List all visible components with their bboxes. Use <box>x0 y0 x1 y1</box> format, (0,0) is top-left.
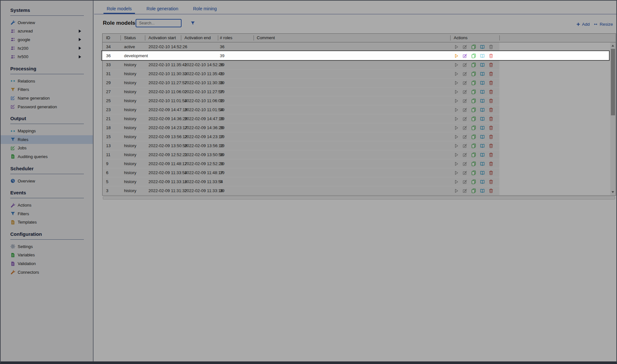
play-action-icon[interactable] <box>454 89 459 94</box>
book-action-icon[interactable] <box>480 170 485 175</box>
copy-action-icon[interactable] <box>471 53 476 58</box>
copy-action-icon[interactable] <box>471 179 476 184</box>
book-action-icon[interactable] <box>480 188 485 193</box>
sidebar-item-filters[interactable]: Filters <box>1 85 93 94</box>
table-row-21[interactable]: 21history2022-02-09 14:36:292022-02-09 1… <box>103 114 499 123</box>
tab-role-mining[interactable]: Role mining <box>190 4 220 14</box>
edit-action-icon[interactable] <box>462 152 468 157</box>
play-action-icon[interactable] <box>454 143 459 148</box>
edit-action-icon[interactable] <box>462 98 468 103</box>
book-action-icon[interactable] <box>480 80 485 85</box>
book-action-icon[interactable] <box>480 179 485 184</box>
sidebar-item-hr500[interactable]: hr500 <box>1 52 93 61</box>
play-action-icon[interactable] <box>454 44 459 49</box>
column-separator[interactable] <box>145 35 145 40</box>
edit-action-icon[interactable] <box>462 188 468 193</box>
column-separator[interactable] <box>499 35 500 40</box>
copy-action-icon[interactable] <box>471 71 476 76</box>
copy-action-icon[interactable] <box>471 188 476 193</box>
book-action-icon[interactable] <box>480 125 485 130</box>
edit-action-icon[interactable] <box>462 143 468 148</box>
table-row-6[interactable]: 6history2022-02-09 11:33:542022-02-09 11… <box>103 168 499 177</box>
play-action-icon[interactable] <box>454 62 459 67</box>
trash-action-icon[interactable] <box>488 188 494 193</box>
trash-action-icon[interactable] <box>488 161 494 166</box>
expand-chevron[interactable] <box>78 38 81 41</box>
trash-action-icon[interactable] <box>488 152 494 157</box>
copy-action-icon[interactable] <box>471 161 476 166</box>
table-row-11[interactable]: 11history2022-02-09 12:52:212022-02-09 1… <box>103 150 499 159</box>
copy-action-icon[interactable] <box>471 170 476 175</box>
edit-action-icon[interactable] <box>462 62 468 67</box>
play-action-icon[interactable] <box>454 116 459 121</box>
table-row-13[interactable]: 13history2022-02-09 13:50:582022-02-09 1… <box>103 141 499 150</box>
book-action-icon[interactable] <box>480 98 485 103</box>
sidebar-item-overview[interactable]: Overview <box>1 18 93 27</box>
book-action-icon[interactable] <box>480 107 485 112</box>
trash-action-icon[interactable] <box>488 98 494 103</box>
copy-action-icon[interactable] <box>471 98 476 103</box>
copy-action-icon[interactable] <box>471 107 476 112</box>
book-action-icon[interactable] <box>480 116 485 121</box>
book-action-icon[interactable] <box>480 62 485 67</box>
edit-action-icon[interactable] <box>462 53 468 58</box>
play-action-icon[interactable] <box>454 107 459 112</box>
horizontal-scrollbar[interactable] <box>103 196 615 200</box>
trash-action-icon[interactable] <box>488 116 494 121</box>
sidebar-item-validation[interactable]: Validation <box>1 259 93 268</box>
table-row-9[interactable]: 9history2022-02-09 11:48:172022-02-09 12… <box>103 159 499 168</box>
edit-action-icon[interactable] <box>462 89 468 94</box>
trash-action-icon[interactable] <box>488 179 494 184</box>
copy-action-icon[interactable] <box>471 125 476 130</box>
tab-role-generation[interactable]: Role generation <box>143 4 182 14</box>
table-row-15[interactable]: 15history2022-02-09 13:56:122022-02-09 1… <box>103 132 499 141</box>
play-action-icon[interactable] <box>454 80 459 85</box>
copy-action-icon[interactable] <box>471 89 476 94</box>
trash-action-icon[interactable] <box>488 125 494 130</box>
expand-chevron[interactable] <box>78 47 81 50</box>
sidebar-item-settings[interactable]: Settings <box>1 242 93 251</box>
search-input[interactable] <box>136 21 190 25</box>
sidebar-item-azuread[interactable]: azuread <box>1 27 93 36</box>
edit-action-icon[interactable] <box>462 44 468 49</box>
tab-role-models[interactable]: Role models <box>103 4 135 14</box>
sidebar-item-actions[interactable]: Actions <box>1 201 93 209</box>
scroll-up-icon[interactable] <box>612 45 614 47</box>
copy-action-icon[interactable] <box>471 116 476 121</box>
table-row-18[interactable]: 18history2022-02-09 14:23:172022-02-09 1… <box>103 123 499 132</box>
play-action-icon[interactable] <box>454 152 459 157</box>
vertical-scrollbar[interactable] <box>610 42 616 195</box>
sidebar-item-mappings[interactable]: Mappings <box>1 127 93 135</box>
sidebar-item-name-generation[interactable]: Name generation <box>1 94 93 102</box>
edit-action-icon[interactable] <box>462 170 468 175</box>
copy-action-icon[interactable] <box>471 152 476 157</box>
play-action-icon[interactable] <box>454 170 459 175</box>
play-action-icon[interactable] <box>454 53 459 58</box>
play-action-icon[interactable] <box>454 71 459 76</box>
edit-action-icon[interactable] <box>462 80 468 85</box>
scrollbar-thumb[interactable] <box>611 49 615 115</box>
trash-action-icon[interactable] <box>488 62 494 67</box>
column-separator[interactable] <box>450 35 451 40</box>
play-action-icon[interactable] <box>454 188 459 193</box>
trash-action-icon[interactable] <box>488 143 494 148</box>
copy-action-icon[interactable] <box>471 62 476 67</box>
sidebar-item-jobs[interactable]: Jobs <box>1 144 93 153</box>
sidebar-item-connectors[interactable]: Connectors <box>1 268 93 277</box>
edit-action-icon[interactable] <box>462 161 468 166</box>
book-action-icon[interactable] <box>480 71 485 76</box>
play-action-icon[interactable] <box>454 161 459 166</box>
column-separator[interactable] <box>218 35 218 40</box>
edit-action-icon[interactable] <box>462 179 468 184</box>
book-action-icon[interactable] <box>480 152 485 157</box>
edit-action-icon[interactable] <box>462 134 468 139</box>
column-separator[interactable] <box>181 35 181 40</box>
sidebar-item-filters[interactable]: Filters <box>1 209 93 218</box>
trash-action-icon[interactable] <box>488 53 494 58</box>
edit-action-icon[interactable] <box>462 71 468 76</box>
book-action-icon[interactable] <box>480 53 485 58</box>
expand-chevron[interactable] <box>78 30 81 33</box>
sidebar-item-google[interactable]: google <box>1 35 93 44</box>
sidebar-item-templates[interactable]: Templates <box>1 218 93 227</box>
book-action-icon[interactable] <box>480 161 485 166</box>
